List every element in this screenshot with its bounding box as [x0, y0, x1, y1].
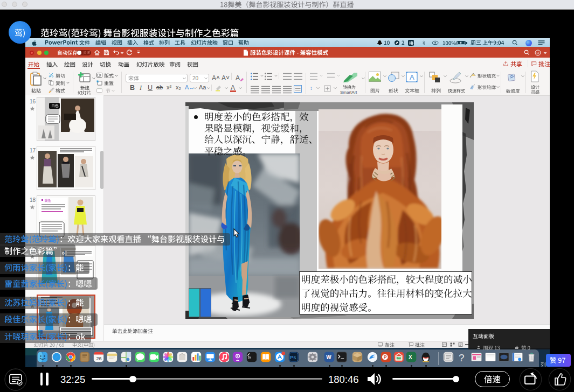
svg-text:W: W — [326, 354, 331, 360]
svg-text:Ps: Ps — [290, 355, 296, 360]
svg-text:X: X — [409, 354, 412, 360]
svg-text:tv: tv — [248, 355, 251, 360]
svg-text:A: A — [410, 73, 414, 81]
svg-text:P: P — [384, 354, 387, 360]
svg-text:26: 26 — [96, 356, 101, 361]
svg-text:OPEN: OPEN — [397, 357, 402, 359]
